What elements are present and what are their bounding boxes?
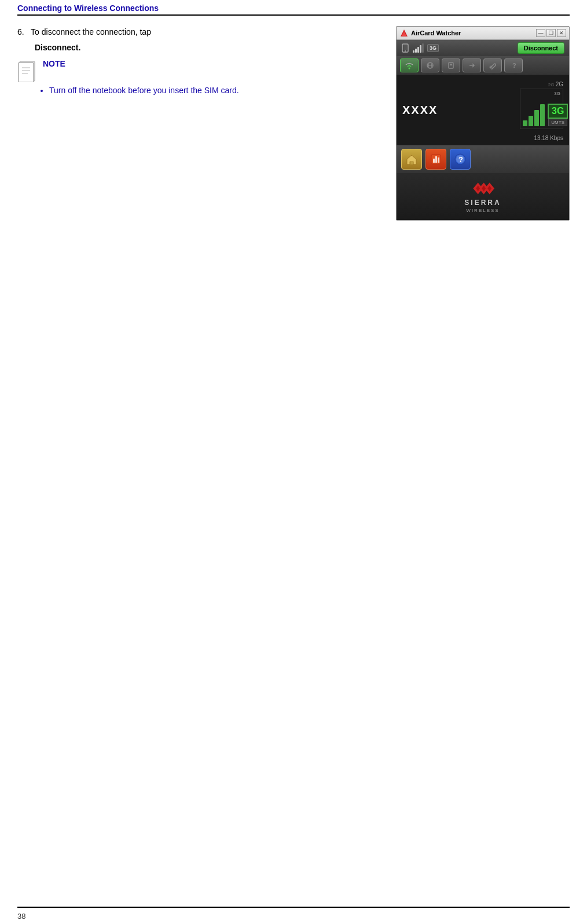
disconnect-label: Disconnect. (35, 43, 384, 52)
large-signal-bars (523, 102, 545, 126)
network-badge: 3G (427, 44, 439, 52)
speed-display: 13.18 Kbps (534, 135, 563, 141)
sierra-text: SIERRA (464, 199, 501, 207)
svg-rect-18 (410, 162, 413, 164)
app-title-text: AirCard Watcher (411, 30, 461, 36)
network-type-badge: 3G (548, 104, 568, 119)
signal-strength-icon (413, 43, 424, 53)
svg-rect-8 (403, 45, 407, 50)
minimize-button[interactable]: — (536, 29, 545, 37)
app-titlebar-left: AirCard Watcher (399, 28, 461, 38)
page-header: Connecting to Wireless Connections (17, 0, 570, 16)
wrench-toolbar-icon[interactable] (483, 58, 502, 72)
app-titlebar-right: — ❐ ✕ (536, 29, 566, 37)
app-title-icon (399, 28, 409, 38)
svg-point-10 (409, 68, 410, 69)
app-screenshot: AirCard Watcher — ❐ ✕ (396, 26, 570, 221)
note-icon (17, 60, 39, 82)
svg-rect-20 (433, 159, 435, 163)
help-toolbar-icon[interactable]: ? (504, 58, 523, 72)
status-left: 3G (401, 43, 439, 53)
step-line: 6. To disconnect the connection, tap (17, 26, 384, 38)
sierra-subtext: WIRELESS (466, 208, 499, 213)
home-action-icon[interactable] (401, 149, 422, 170)
help-action-icon[interactable]: ? (450, 149, 471, 170)
sierra-logo: SIERRA WIRELESS (464, 180, 501, 213)
network-type-badge-area: 3G UMTS (548, 104, 568, 126)
content-area: 6. To disconnect the connection, tap Dis… (17, 26, 570, 907)
app-logo-area: SIERRA WIRELESS (397, 173, 569, 220)
step-text: To disconnect the connection, tap (31, 27, 151, 36)
wifi-toolbar-icon[interactable] (400, 58, 419, 72)
network-display: 2G 2G 3G 3G (517, 81, 563, 139)
app-main: XXXX 2G 2G 3G (397, 75, 569, 145)
page-footer: 38 (17, 907, 570, 924)
arrow-toolbar-icon[interactable] (463, 58, 481, 72)
sierra-diamond-icon (468, 180, 497, 197)
svg-rect-21 (435, 156, 437, 163)
app-action-bar: ? (397, 145, 569, 173)
svg-rect-22 (438, 157, 439, 163)
page-wrapper: Connecting to Wireless Connections 6. To… (0, 0, 587, 924)
phone-icon (401, 43, 409, 53)
svg-text:?: ? (458, 155, 463, 164)
app-titlebar: AirCard Watcher — ❐ ✕ (397, 27, 569, 40)
list-item: Turn off the notebook before you insert … (49, 85, 384, 97)
bullet-list: Turn off the notebook before you insert … (49, 85, 384, 97)
carrier-name: XXXX (402, 81, 511, 139)
disconnect-button[interactable]: Disconnect (518, 42, 564, 54)
text-column: 6. To disconnect the connection, tap Dis… (17, 26, 384, 907)
network-indicator: 3G 3G UMTS (520, 89, 563, 129)
stats-action-icon[interactable] (425, 149, 446, 170)
page-title: Connecting to Wireless Connections (17, 3, 159, 13)
network-type-top: 2G 2G (548, 81, 563, 87)
app-toolbar: ? (397, 56, 569, 75)
close-button[interactable]: ✕ (557, 29, 566, 37)
restore-button[interactable]: ❐ (546, 29, 556, 37)
svg-point-9 (405, 50, 406, 52)
note-title: NOTE (43, 59, 65, 68)
app-status-bar: 3G Disconnect (397, 40, 569, 56)
page-number: 38 (17, 912, 25, 921)
step-number: 6. (17, 27, 24, 36)
svg-rect-15 (450, 64, 452, 65)
svg-rect-1 (19, 63, 34, 82)
sim-toolbar-icon[interactable] (442, 58, 460, 72)
globe-toolbar-icon[interactable] (421, 58, 439, 72)
umts-badge: UMTS (548, 119, 567, 126)
note-container: NOTE (17, 59, 384, 82)
svg-text:?: ? (512, 62, 516, 69)
